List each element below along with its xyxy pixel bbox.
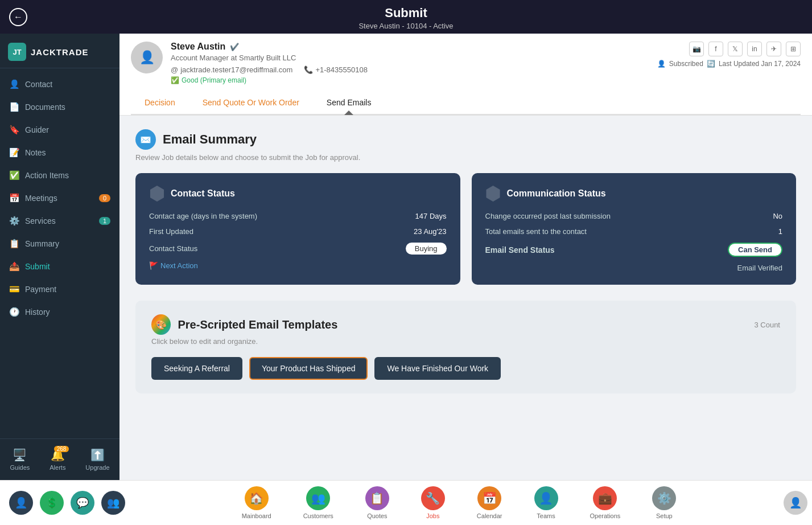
communication-status-card: Communication Status Change occurred pos… bbox=[472, 173, 797, 285]
summary-icon: 📋 bbox=[9, 239, 19, 249]
guides-label: Guides bbox=[10, 464, 30, 471]
contact-meta: @ jacktrade.tester17@rediffmail.com 📞 +1… bbox=[171, 65, 649, 74]
alerts-button[interactable]: 🔔 268 Alerts bbox=[44, 445, 71, 474]
sidebar-navigation: 👤 Contact 📄 Documents 🔖 Guider 📝 Notes ✅… bbox=[0, 68, 119, 438]
template-seeking-referral[interactable]: Seeking A Referral bbox=[151, 357, 242, 380]
nav-teams[interactable]: 👤 Teams bbox=[518, 484, 574, 522]
bottom-person-icon[interactable]: 👤 bbox=[9, 491, 33, 515]
jobs-icon: 🔧 bbox=[421, 486, 445, 510]
contact-name-row: Steve Austin ✔️ bbox=[171, 42, 649, 52]
contact-right: 📷 f 𝕏 in ✈ ⊞ 👤 Subscribed 🔄 Last Updated… bbox=[657, 42, 801, 68]
nav-mainboard[interactable]: 🏠 Mainboard bbox=[226, 484, 287, 522]
customers-icon: 👥 bbox=[306, 486, 330, 510]
linkedin-icon[interactable]: in bbox=[747, 42, 762, 56]
sidebar-item-guider[interactable]: 🔖 Guider bbox=[0, 118, 119, 141]
user-avatar[interactable]: 👤 bbox=[784, 491, 807, 515]
sidebar-label-services: Services bbox=[25, 216, 56, 225]
contact-status-hex-icon bbox=[149, 186, 165, 202]
nav-calendar[interactable]: 📅 Calendar bbox=[461, 484, 518, 522]
upgrade-button[interactable]: ⬆️ Upgrade bbox=[80, 445, 115, 474]
contact-status-row: Contact Status Buying bbox=[149, 243, 447, 255]
nav-jobs[interactable]: 🔧 Jobs bbox=[405, 484, 461, 522]
bottom-group-icon[interactable]: 👥 bbox=[101, 491, 125, 515]
nav-quotes[interactable]: 📋 Quotes bbox=[349, 484, 405, 522]
prescripted-icon: 🎨 bbox=[151, 314, 171, 335]
alerts-label: Alerts bbox=[50, 464, 65, 471]
total-emails-row: Total emails sent to the contact 1 bbox=[485, 227, 783, 236]
twitter-icon[interactable]: 𝕏 bbox=[728, 42, 743, 56]
refresh-icon: 🔄 bbox=[707, 60, 715, 68]
bottom-chat-icon[interactable]: 💬 bbox=[71, 491, 94, 515]
grid-icon[interactable]: ⊞ bbox=[786, 42, 801, 56]
sidebar-item-payment[interactable]: 💳 Payment bbox=[0, 278, 119, 301]
tabs-row: Decision Send Quote Or Work Order Send E… bbox=[131, 91, 801, 115]
sidebar-label-notes: Notes bbox=[25, 148, 46, 157]
contact-status-title: Contact Status bbox=[171, 188, 235, 199]
sidebar-item-submit[interactable]: 📤 Submit bbox=[0, 255, 119, 278]
logo-text: JACKTRADE bbox=[31, 47, 89, 57]
upgrade-icon: ⬆️ bbox=[90, 448, 105, 462]
operations-label: Operations bbox=[590, 512, 621, 519]
comm-status-title-row: Communication Status bbox=[485, 186, 783, 202]
change-occurred-label: Change occurred post last submission bbox=[485, 212, 611, 220]
sidebar-item-documents[interactable]: 📄 Documents bbox=[0, 96, 119, 118]
contact-title: Account Manager at Smartly Built LLC bbox=[171, 54, 649, 62]
prescripted-count: 3 Count bbox=[754, 321, 780, 329]
sidebar-item-meetings[interactable]: 📅 Meetings 0 bbox=[0, 187, 119, 210]
bottom-dollar-icon[interactable]: 💲 bbox=[40, 491, 64, 515]
contact-phone: 📞 +1-8435550108 bbox=[304, 65, 367, 74]
subscribed-label: Subscribed bbox=[669, 60, 703, 68]
email-summary-title: Email Summary bbox=[163, 132, 257, 147]
sidebar-logo: JT JACKTRADE bbox=[0, 34, 119, 68]
nav-customers[interactable]: 👥 Customers bbox=[287, 484, 349, 522]
next-action-link[interactable]: 🚩 Next Action bbox=[149, 261, 447, 270]
notes-icon: 📝 bbox=[9, 147, 19, 158]
prescripted-header: 🎨 Pre-Scripted Email Templates 3 Count bbox=[151, 314, 780, 335]
contact-status-pill: Buying bbox=[406, 243, 447, 255]
sidebar-item-history[interactable]: 🕐 History bbox=[0, 301, 119, 323]
contact-age-label: Contact age (days in the system) bbox=[149, 212, 257, 220]
total-emails-label: Total emails sent to the contact bbox=[485, 227, 587, 236]
prescripted-section: 🎨 Pre-Scripted Email Templates 3 Count C… bbox=[135, 301, 796, 393]
sidebar-label-guider: Guider bbox=[25, 125, 49, 134]
sidebar-item-notes[interactable]: 📝 Notes bbox=[0, 141, 119, 164]
status-cards-row: Contact Status Contact age (days in the … bbox=[135, 173, 796, 285]
telegram-icon[interactable]: ✈ bbox=[766, 42, 781, 56]
email-send-status-row: Email Send Status Can Send bbox=[485, 243, 783, 257]
sidebar-item-action-items[interactable]: ✅ Action Items bbox=[0, 164, 119, 187]
contact-header: 👤 Steve Austin ✔️ Account Manager at Sma… bbox=[119, 34, 812, 116]
contact-status-card: Contact Status Contact age (days in the … bbox=[135, 173, 460, 285]
template-product-shipped[interactable]: Your Product Has Shipped bbox=[249, 357, 368, 380]
setup-label: Setup bbox=[656, 512, 673, 519]
guides-icon: 🖥️ bbox=[13, 448, 27, 462]
subscribed-row: 👤 Subscribed 🔄 Last Updated Jan 17, 2024 bbox=[657, 60, 801, 68]
back-button[interactable]: ← bbox=[9, 8, 27, 26]
sidebar-label-action-items: Action Items bbox=[25, 171, 69, 180]
subscribed-icon: 👤 bbox=[657, 60, 666, 68]
template-finished-work[interactable]: We Have Finished Our Work bbox=[374, 357, 501, 380]
prescripted-subtitle: Click below to edit and organize. bbox=[151, 337, 780, 346]
full-bottom-bar: 👤 💲 💬 👥 🏠 Mainboard 👥 Customers 📋 Quotes… bbox=[0, 480, 812, 525]
facebook-icon[interactable]: f bbox=[708, 42, 723, 56]
nav-setup[interactable]: ⚙️ Setup bbox=[636, 484, 692, 522]
alerts-badge: 268 bbox=[54, 446, 69, 452]
bottom-nav-center: 🏠 Mainboard 👥 Customers 📋 Quotes 🔧 Jobs … bbox=[134, 484, 784, 522]
teams-label: Teams bbox=[537, 512, 555, 519]
operations-icon: 💼 bbox=[593, 486, 617, 510]
last-updated: Last Updated Jan 17, 2024 bbox=[719, 60, 801, 68]
sidebar-item-summary[interactable]: 📋 Summary bbox=[0, 232, 119, 255]
can-send-pill: Can Send bbox=[728, 243, 782, 257]
contact-age-value: 147 Days bbox=[415, 212, 447, 220]
tab-send-emails[interactable]: Send Emails bbox=[313, 91, 385, 114]
tab-decision[interactable]: Decision bbox=[131, 91, 189, 114]
contact-info-row: 👤 Steve Austin ✔️ Account Manager at Sma… bbox=[131, 42, 801, 91]
bottom-left-icons: 👤 💲 💬 👥 bbox=[0, 491, 134, 515]
sidebar-item-services[interactable]: ⚙️ Services 1 bbox=[0, 210, 119, 232]
tab-send-quote[interactable]: Send Quote Or Work Order bbox=[189, 91, 313, 114]
guides-button[interactable]: 🖥️ Guides bbox=[4, 445, 35, 474]
nav-operations[interactable]: 💼 Operations bbox=[574, 484, 637, 522]
instagram-icon[interactable]: 📷 bbox=[689, 42, 704, 56]
teams-icon: 👤 bbox=[534, 486, 558, 510]
flag-icon: 🚩 bbox=[149, 261, 158, 270]
sidebar-item-contact[interactable]: 👤 Contact bbox=[0, 73, 119, 96]
